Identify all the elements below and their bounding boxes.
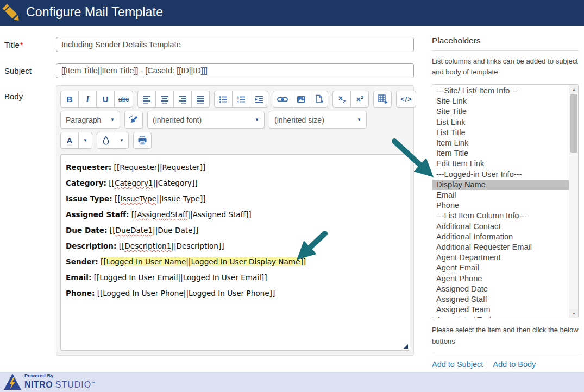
align-left-icon — [142, 95, 151, 104]
editor-toolbar-row-1: B I U abc — [60, 91, 410, 108]
placeholder-item[interactable]: Site Link — [436, 96, 569, 106]
placeholder-item[interactable]: Item Link — [436, 138, 569, 148]
image-icon — [297, 95, 306, 104]
editor-line: Email: [[Logged In User Email||Logged In… — [66, 270, 405, 286]
nitro-logo-icon — [3, 373, 22, 391]
insert-file-button[interactable] — [310, 91, 328, 108]
link-icon — [277, 95, 288, 104]
editor-line: Assigned Staff: [[AssignedStaff||Assigne… — [66, 207, 405, 223]
subject-input[interactable] — [56, 63, 414, 78]
misspelled-token: AssignedStaff — [137, 210, 187, 219]
bold-button[interactable]: B — [60, 91, 79, 108]
body-label: Body — [4, 92, 23, 101]
ordered-list-icon: 123 — [237, 95, 246, 104]
ordered-list-button[interactable]: 123 — [232, 91, 250, 108]
editor-line: Issue Type: [[IssueType||Issue Type]] — [66, 191, 405, 207]
placeholder-item[interactable]: Additional Requester Email — [436, 242, 569, 252]
placeholder-item[interactable]: Item Title — [436, 148, 569, 159]
insert-table-button[interactable] — [373, 91, 392, 108]
add-to-subject-link[interactable]: Add to Subject — [432, 360, 483, 369]
placeholders-description: List columns and links can be added to s… — [432, 56, 580, 78]
bold-icon: B — [67, 94, 73, 104]
field-label: Email: — [66, 273, 91, 282]
paragraph-format-dropdown[interactable]: Paragraph ▼ — [60, 111, 120, 129]
misspelled-token: DueDate1 — [115, 226, 153, 235]
placeholder-item[interactable]: Site Title — [436, 106, 569, 117]
field-label: Sender: — [66, 257, 98, 266]
indent-icon — [255, 95, 263, 104]
placeholder-item[interactable]: Assigned Staff — [436, 294, 569, 305]
superscript-icon: ×2 — [356, 94, 363, 104]
print-button[interactable] — [133, 132, 152, 149]
field-label: Requester: — [66, 163, 111, 172]
placeholder-item[interactable]: Display Name — [432, 180, 569, 190]
placeholder-item[interactable]: Agent Phone — [436, 274, 569, 284]
highlight-color-button[interactable] — [97, 132, 115, 149]
placeholders-note: Please select the item and then click th… — [432, 324, 582, 353]
italic-button[interactable]: I — [78, 91, 97, 108]
align-left-button[interactable] — [137, 91, 156, 108]
scroll-up-icon[interactable]: ▲ — [569, 85, 579, 93]
underline-button[interactable]: U — [96, 91, 115, 108]
misspelled-token: Description1 — [124, 242, 171, 250]
scroll-down-icon[interactable]: ▼ — [569, 309, 579, 318]
placeholder-item[interactable]: ---Site/ List/ Item Info--- — [436, 86, 569, 96]
placeholder-item[interactable]: Additional Contact — [436, 222, 569, 232]
insert-image-button[interactable] — [292, 91, 310, 108]
insert-link-button[interactable] — [273, 91, 292, 108]
subject-label: Subject — [4, 66, 32, 75]
resize-handle-icon[interactable] — [404, 344, 408, 349]
title-input[interactable] — [56, 37, 414, 52]
font-family-dropdown[interactable]: (inherited font) ▼ — [147, 111, 265, 129]
required-mark: * — [20, 40, 23, 49]
insert-file-icon — [315, 94, 323, 104]
placeholder-item[interactable]: ---Logged-in User Info--- — [436, 169, 569, 180]
misspelled-token: Category1 — [115, 179, 153, 187]
field-label: Due Date: — [66, 226, 108, 235]
format-value: Paragraph — [66, 116, 101, 124]
placeholder-item[interactable]: ---List Item Column Info--- — [436, 211, 569, 221]
placeholder-item[interactable]: Assigned Team — [436, 305, 569, 315]
placeholder-item[interactable]: Edit Item Link — [436, 159, 569, 169]
align-justify-icon — [196, 95, 205, 104]
align-right-button[interactable] — [173, 91, 192, 108]
placeholder-item[interactable]: Additional Information — [436, 232, 569, 242]
align-center-icon — [160, 95, 169, 104]
font-color-dropdown-button[interactable]: ▼ — [78, 132, 92, 149]
field-label: Assigned Staff: — [66, 210, 129, 219]
powered-by-text: Powered By — [24, 373, 95, 378]
editor-content-area[interactable]: Requester: [[Requester||Requester]] Cate… — [60, 154, 410, 351]
svg-text:3: 3 — [237, 100, 239, 103]
code-view-button[interactable]: </> — [396, 91, 416, 108]
placeholder-item[interactable]: List Link — [436, 117, 569, 128]
unordered-list-button[interactable] — [214, 91, 233, 108]
align-justify-button[interactable] — [191, 91, 210, 108]
subscript-button[interactable]: ×2 — [332, 91, 351, 108]
print-icon — [137, 136, 147, 145]
placeholders-panel: Placeholders List columns and links can … — [432, 36, 579, 369]
italic-icon: I — [86, 94, 89, 104]
strikethrough-button[interactable]: abc — [114, 91, 133, 108]
placeholder-item[interactable]: Agent Department — [436, 252, 569, 263]
placeholder-item[interactable]: Phone — [436, 200, 569, 211]
nitro-studio-logo: Powered By NITRO STUDIO™ — [3, 373, 95, 391]
placeholder-item[interactable]: List Title — [436, 128, 569, 138]
highlight-color-dropdown-button[interactable]: ▼ — [115, 132, 129, 149]
font-size-dropdown[interactable]: (inherited size) ▼ — [269, 111, 367, 129]
indent-button[interactable] — [250, 91, 268, 108]
scrollbar-thumb[interactable] — [570, 94, 577, 153]
editor-line: Due Date: [[DueDate1||Due Date]] — [66, 223, 405, 238]
placeholder-item[interactable]: Email — [436, 190, 569, 200]
clear-format-button[interactable] — [124, 111, 143, 129]
strikethrough-icon: abc — [118, 96, 129, 103]
listbox-scrollbar[interactable]: ▲ ▼ — [569, 85, 578, 318]
placeholder-item[interactable]: Assigned Date — [436, 284, 569, 294]
add-to-body-link[interactable]: Add to Body — [493, 360, 536, 369]
chevron-down-icon: ▼ — [255, 117, 259, 122]
align-center-button[interactable] — [155, 91, 174, 108]
font-color-button[interactable]: A — [60, 132, 79, 149]
placeholder-item[interactable]: Associated Task — [436, 315, 569, 318]
superscript-button[interactable]: ×2 — [350, 91, 369, 108]
placeholder-item[interactable]: Agent Email — [436, 263, 569, 273]
field-label: Description: — [66, 242, 116, 250]
